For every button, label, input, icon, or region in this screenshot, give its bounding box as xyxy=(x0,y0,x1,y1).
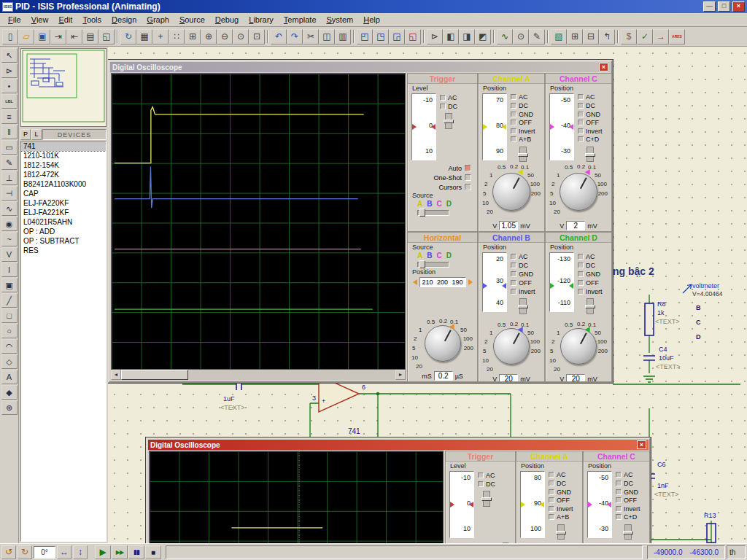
option-dc[interactable]: DC xyxy=(478,480,495,488)
option-off[interactable]: OFF xyxy=(578,119,603,127)
device-list[interactable]: 7411210-101K1812-154K1812-472KB82412A110… xyxy=(20,141,107,542)
checkbox[interactable] xyxy=(478,481,484,487)
checkbox[interactable] xyxy=(616,472,622,478)
checkbox[interactable] xyxy=(549,514,554,520)
scroll-right-icon[interactable]: ► xyxy=(395,370,406,380)
oscilloscope-window-2[interactable]: Digital Oscilloscope × TriggerLevel-1001… xyxy=(146,438,651,543)
checkbox[interactable] xyxy=(511,128,516,134)
checkbox[interactable] xyxy=(440,104,446,109)
gain-knob[interactable]: 12510200.50.20.150100200 xyxy=(546,163,611,220)
junction-dot-mode-icon[interactable]: • xyxy=(1,79,18,93)
source-channel-b[interactable]: B xyxy=(427,200,432,208)
checkbox[interactable] xyxy=(478,472,484,478)
position-slider[interactable]: -50-40-30 xyxy=(549,93,574,160)
option-invert[interactable]: Invert xyxy=(616,505,640,513)
menu-bar[interactable]: FileViewEditToolsDesignGraphSourceDebugL… xyxy=(0,13,747,27)
mode-cursors[interactable]: Cursors xyxy=(415,183,471,191)
position-slider[interactable]: 203040 xyxy=(482,252,507,312)
option-ac[interactable]: AC xyxy=(478,471,495,479)
checkbox[interactable] xyxy=(578,262,584,268)
checkbox[interactable] xyxy=(511,271,516,277)
checkbox[interactable] xyxy=(511,289,516,295)
checkbox[interactable] xyxy=(511,280,516,286)
mode-indicator[interactable] xyxy=(465,174,471,181)
mode-auto[interactable]: Auto xyxy=(415,164,471,172)
checkbox[interactable] xyxy=(549,489,554,495)
menu-graph[interactable]: Graph xyxy=(142,14,174,26)
menu-library[interactable]: Library xyxy=(244,14,279,26)
option-dc[interactable]: DC xyxy=(578,102,603,110)
mode-indicator[interactable] xyxy=(465,165,471,171)
mode-toolbar[interactable]: ↖⊳•LBL≡‖▭✎⊥⊣∿◉~VI▣╱□○◠◇A◆⊕ xyxy=(0,47,19,543)
oscilloscope-scrollbar[interactable]: ◄ ► xyxy=(111,370,406,380)
option-invert[interactable]: Invert xyxy=(578,127,603,135)
option-dc[interactable]: DC xyxy=(616,480,640,488)
checkbox[interactable] xyxy=(578,120,584,125)
trigger-fine-slider[interactable] xyxy=(483,491,490,507)
list-item[interactable]: 1812-472K xyxy=(21,170,106,179)
checkbox[interactable] xyxy=(511,103,516,109)
checkbox[interactable] xyxy=(616,481,622,486)
option-gnd[interactable]: GND xyxy=(578,110,603,118)
paste-icon[interactable]: ▥ xyxy=(335,29,351,44)
checkbox[interactable] xyxy=(578,280,584,286)
source-channel-c[interactable]: C xyxy=(436,200,441,208)
false-origin-icon[interactable]: + xyxy=(152,29,169,44)
list-item[interactable]: ELJ-FA220KF xyxy=(21,198,106,208)
new-sheet-icon[interactable]: ⊞ xyxy=(567,29,583,44)
option-ac[interactable]: AC xyxy=(578,252,603,260)
option-c-d[interactable]: C+D xyxy=(578,136,603,144)
checkbox[interactable] xyxy=(578,94,584,100)
list-item[interactable]: RES xyxy=(21,246,106,255)
graph-mode-icon[interactable]: ∿ xyxy=(1,201,18,216)
bill-of-materials-icon[interactable]: $ xyxy=(621,29,637,44)
ares-icon[interactable]: ARES xyxy=(669,29,685,44)
fine-adjust-slider[interactable] xyxy=(519,147,527,162)
scrollbar-thumb[interactable] xyxy=(121,370,188,380)
position-slider[interactable]: -130-120-110 xyxy=(549,252,574,312)
step-button[interactable]: ▶▶ xyxy=(112,545,128,559)
position-display[interactable]: 210200190 xyxy=(419,277,466,287)
option-dc[interactable]: DC xyxy=(511,261,535,269)
scroll-left-icon[interactable]: ◄ xyxy=(111,370,121,380)
block-rotate-icon[interactable]: ◲ xyxy=(389,29,405,44)
menu-file[interactable]: File xyxy=(3,14,26,26)
trigger-fine-slider[interactable] xyxy=(445,113,452,129)
subcircuit-mode-icon[interactable]: ▭ xyxy=(1,140,18,155)
stop-button[interactable]: ■ xyxy=(145,545,161,559)
menu-system[interactable]: System xyxy=(322,14,359,26)
fine-adjust-slider[interactable] xyxy=(587,298,594,314)
option-ac[interactable]: AC xyxy=(549,471,573,479)
main-toolbar[interactable]: ▯▱▣⇥⇤▤◱↻▦+∷⊞⊕⊖⊙⊡↶↷✂◫▥◰◳◲◱⊳◧◨◩∿⊙✎▧⊞⊟↰$✓→A… xyxy=(0,27,747,47)
option-dc[interactable]: DC xyxy=(549,480,573,488)
list-item[interactable]: 1210-101K xyxy=(21,151,106,160)
export-section-icon[interactable]: ⇤ xyxy=(66,29,82,44)
netlist-to-ares-icon[interactable]: → xyxy=(653,29,669,44)
menu-tools[interactable]: Tools xyxy=(77,14,107,26)
checkbox[interactable] xyxy=(616,514,622,520)
cursor-snap-icon[interactable]: ∷ xyxy=(169,29,185,44)
overview-window[interactable] xyxy=(20,48,107,127)
pan-icon[interactable]: ⊞ xyxy=(185,29,201,44)
gain-knob[interactable]: 12510200.50.20.150100200 xyxy=(479,163,544,220)
2d-arc-mode-icon[interactable]: ◠ xyxy=(1,339,18,354)
scrollbar-track[interactable] xyxy=(121,370,395,380)
option-off[interactable]: OFF xyxy=(616,497,640,505)
source-channel-a[interactable]: A xyxy=(417,252,422,260)
generator-mode-icon[interactable]: ~ xyxy=(1,232,18,246)
wire-label-mode-icon[interactable]: LBL xyxy=(1,94,18,109)
toggle-grid-icon[interactable]: ▦ xyxy=(136,29,152,44)
list-item[interactable]: OP : SUBTRACT xyxy=(21,236,106,246)
instant-edit-mode-icon[interactable]: ✎ xyxy=(1,155,18,170)
source-channel-d[interactable]: D xyxy=(446,252,452,260)
2d-path-mode-icon[interactable]: ◇ xyxy=(1,354,18,369)
position-slider[interactable]: -10010 xyxy=(449,471,474,538)
position-slider[interactable]: 708090 xyxy=(482,93,507,160)
zoom-area-icon[interactable]: ⊡ xyxy=(249,29,265,44)
rotate-anticlockwise-icon[interactable]: ↺ xyxy=(1,545,16,559)
option-invert[interactable]: Invert xyxy=(578,287,603,295)
pick-devices-button[interactable]: P xyxy=(20,129,31,140)
oscilloscope-titlebar[interactable]: Digital Oscilloscope × xyxy=(110,62,611,72)
option-gnd[interactable]: GND xyxy=(511,270,535,278)
option-off[interactable]: OFF xyxy=(511,119,535,127)
